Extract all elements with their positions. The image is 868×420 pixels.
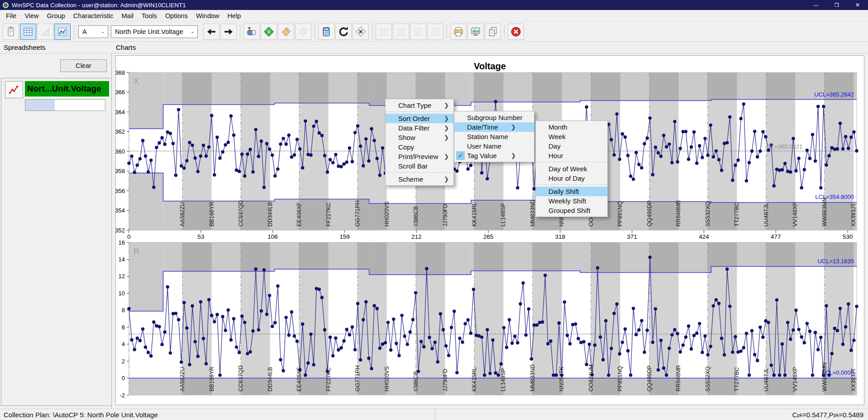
menu-item-sort-order[interactable]: Sort Order❯ <box>386 114 453 123</box>
chevron-down-icon: ⌄ <box>101 29 105 34</box>
minimize-button[interactable]: — <box>806 0 826 10</box>
menu-item-month[interactable]: Month <box>536 122 607 132</box>
menu-item-label: Date/Time <box>454 123 498 131</box>
app-icon <box>3 2 9 8</box>
menu-item-show[interactable]: Show❯ <box>386 133 453 142</box>
v-diamond-icon: V <box>263 26 274 37</box>
menu-item-hour[interactable]: Hour <box>536 151 607 160</box>
chart-context-menu: Chart Type❯Sort Order❯Data Filter❯Show❯C… <box>385 99 454 186</box>
tag-button[interactable] <box>278 24 294 40</box>
toolbar-separator <box>240 24 240 39</box>
menu-window[interactable]: Window <box>192 11 224 21</box>
design-view-button <box>37 24 53 40</box>
menu-item-label: Week <box>536 133 566 140</box>
app-window: WinSPC Data Collection - user@station: A… <box>0 0 868 420</box>
menu-item-weekly-shift[interactable]: Weekly Shift <box>536 196 607 206</box>
characteristic-selector-value: A <box>82 28 87 35</box>
next-button[interactable] <box>220 24 237 40</box>
menu-separator <box>537 184 606 185</box>
doc-icon <box>413 26 424 37</box>
chevron-down-icon: ⌄ <box>191 29 195 34</box>
monitor-chart-button[interactable] <box>467 24 484 40</box>
stop-button[interactable] <box>508 24 524 40</box>
menu-item-label: Scheme <box>386 175 423 183</box>
menu-item-day-of-week[interactable]: Day of Week <box>536 164 607 174</box>
menu-item-scroll-bar[interactable]: Scroll Bar <box>386 161 453 171</box>
spreadsheets-panel-title: Spreadsheets <box>4 43 46 51</box>
doc-2-button <box>393 24 409 40</box>
spreadsheet-view-button[interactable] <box>20 24 36 40</box>
menu-item-label: Show <box>386 134 415 141</box>
doc-1-button <box>376 24 392 40</box>
menu-file[interactable]: File <box>2 11 20 21</box>
characteristic-selector[interactable]: A⌄ <box>78 25 108 38</box>
chart-view-button[interactable] <box>54 24 71 40</box>
doc-4-button <box>427 24 444 40</box>
menu-view[interactable]: View <box>20 11 43 21</box>
menu-tools[interactable]: Tools <box>138 11 161 21</box>
print-button[interactable] <box>450 24 467 40</box>
menu-item-day[interactable]: Day <box>536 141 607 151</box>
submenu-arrow-icon: ❯ <box>444 115 449 122</box>
menu-item-label: Subgroup Number <box>454 114 523 121</box>
menu-item-label: Sort Order <box>386 115 430 122</box>
menu-group[interactable]: Group <box>43 11 69 21</box>
menu-options[interactable]: Options <box>161 11 192 21</box>
menu-item-print-preview[interactable]: Print/Preview❯ <box>386 152 453 161</box>
ppk-label: P <box>829 411 834 419</box>
close-button[interactable]: ✕ <box>847 0 868 10</box>
menu-help[interactable]: Help <box>224 11 245 21</box>
menu-item-label: Scroll Bar <box>386 162 428 170</box>
menu-characteristic[interactable]: Characteristic <box>69 11 118 21</box>
remove-point-button[interactable] <box>353 24 369 40</box>
paste-button[interactable] <box>3 24 19 40</box>
menu-item-label: Print/Preview <box>386 153 438 160</box>
active-characteristic-label[interactable]: Nort...Unit.Voltage <box>25 81 109 97</box>
menu-separator <box>386 172 453 173</box>
clear-button[interactable]: Clear <box>60 59 107 72</box>
menu-item-subgroup-number[interactable]: Subgroup Number <box>454 113 534 122</box>
calculator-button[interactable] <box>318 24 334 40</box>
doc-icon <box>378 26 389 37</box>
menu-item-label: Hour of Day <box>536 174 585 182</box>
submenu-arrow-icon: ❯ <box>444 176 449 183</box>
menu-item-label: Day of Week <box>536 165 587 173</box>
menu-mail[interactable]: Mail <box>118 11 138 21</box>
plan-selector[interactable]: North Pole Unit.Voltage⌄ <box>111 25 198 38</box>
refresh-button[interactable] <box>335 24 352 40</box>
menu-item-hour-of-day[interactable]: Hour of Day <box>536 174 607 183</box>
menu-item-daily-shift[interactable]: Daily Shift <box>536 187 607 196</box>
collection-progress <box>25 99 105 111</box>
menu-item-week[interactable]: Week <box>536 132 607 141</box>
previous-button[interactable] <box>203 24 219 40</box>
menu-item-grouped-shift[interactable]: Grouped Shift <box>536 206 607 215</box>
restore-button[interactable]: ❐ <box>826 0 847 10</box>
close-red-icon <box>510 26 521 37</box>
tag-alt-button <box>295 24 311 40</box>
calculator-icon <box>321 26 332 37</box>
menu-item-data-filter[interactable]: Data Filter❯ <box>386 123 453 133</box>
x-diamond-icon <box>355 26 366 37</box>
spreadsheet-list: Nort...Unit.Voltage <box>1 78 111 406</box>
menu-item-copy[interactable]: Copy <box>386 142 453 152</box>
menu-item-date-time[interactable]: Date/Time❯ <box>454 122 534 132</box>
menu-item-scheme[interactable]: Scheme❯ <box>386 174 453 184</box>
menu-item-tag-value[interactable]: ✓Tag Value❯ <box>454 151 534 160</box>
mail-button[interactable] <box>243 24 260 40</box>
menu-item-station-name[interactable]: Station Name <box>454 132 534 141</box>
collection-plan-status: Collection Plan: \AutoCP 5: North Pole U… <box>0 410 435 420</box>
menu-item-label: Month <box>536 123 568 131</box>
copy-pages-button[interactable] <box>485 24 501 40</box>
toolbar-separator <box>372 24 372 39</box>
menu-item-user-name[interactable]: User Name <box>454 141 534 151</box>
toolbar-separator <box>447 24 447 39</box>
assignable-cause-button[interactable]: V <box>261 24 277 40</box>
menu-item-chart-type[interactable]: Chart Type❯ <box>386 101 453 110</box>
chart-item-button[interactable] <box>5 81 23 98</box>
submenu-arrow-icon: ❯ <box>444 125 449 131</box>
doc-icon <box>430 26 441 37</box>
charts-area[interactable]: Voltage <box>115 55 864 405</box>
svg-text:V: V <box>267 29 271 34</box>
paste-icon <box>5 26 16 37</box>
toolbar-separator <box>315 24 315 39</box>
